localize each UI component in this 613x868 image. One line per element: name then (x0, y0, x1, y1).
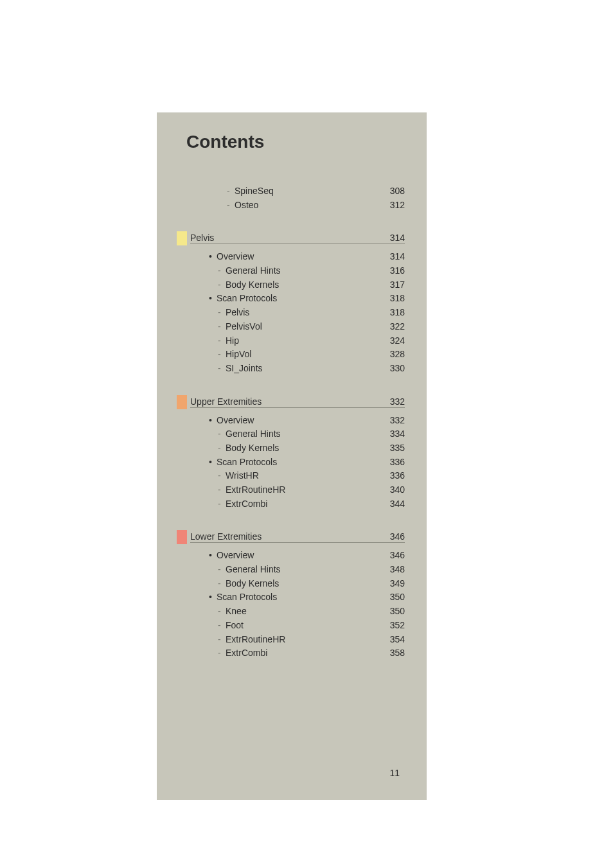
toc-entry[interactable]: • Scan Protocols350 (209, 590, 405, 605)
dash-icon: - (218, 497, 226, 511)
toc-section-page: 314 (390, 233, 405, 243)
toc-section-title-row[interactable]: Pelvis314 (190, 233, 405, 244)
toc-entry[interactable]: - Body Kernels349 (209, 577, 405, 591)
toc-entry-page: 318 (379, 292, 405, 306)
toc-entry[interactable]: - Knee350 (209, 605, 405, 619)
toc-section: Pelvis314• Overview314- General Hints316… (157, 233, 427, 375)
toc-section-header: Lower Extremities346 (157, 531, 427, 543)
bullet-icon: • (209, 250, 217, 264)
toc-entry-page: 350 (379, 605, 405, 619)
toc-entry-label: ExtrCombi (226, 497, 379, 511)
dash-icon: - (218, 441, 226, 456)
toc-entry[interactable]: - WristHR336 (209, 469, 405, 483)
toc-entry-label: Body Kernels (226, 441, 379, 456)
toc-entry[interactable]: • Overview314 (209, 250, 405, 264)
toc-entry-label: Overview (217, 414, 379, 428)
toc-entry[interactable]: - Body Kernels317 (209, 278, 405, 292)
toc-section: Lower Extremities346• Overview346- Gener… (157, 531, 427, 660)
toc-section-page: 346 (390, 531, 405, 542)
toc-entry-page: 346 (379, 549, 405, 563)
toc-entry[interactable]: • Overview332 (209, 414, 405, 428)
toc-entry-label: Knee (226, 605, 379, 619)
toc-entry-page: 334 (379, 427, 405, 441)
toc-entry-label: ExtrRoutineHR (226, 483, 379, 497)
toc-entry[interactable]: - ExtrCombi344 (209, 497, 405, 511)
toc-entry[interactable]: - PelvisVol322 (209, 320, 405, 334)
toc-section-header: Upper Extremities332 (157, 396, 427, 408)
toc-entry-page: 330 (379, 362, 405, 376)
dash-icon: - (218, 427, 226, 441)
toc-entry-label: General Hints (226, 427, 379, 441)
toc-entry-label: Overview (217, 250, 379, 264)
toc-entry-label: Body Kernels (226, 278, 379, 292)
toc-entry-label: Scan Protocols (217, 456, 379, 470)
toc-entry-label: PelvisVol (226, 320, 379, 334)
bullet-icon: • (209, 292, 217, 306)
bullet-icon: • (209, 549, 217, 563)
toc-entry-label: Body Kernels (226, 577, 379, 591)
content-area: - SpineSeq308- Osteo312 Pelvis314• Overv… (157, 152, 427, 660)
toc-entry-label: Scan Protocols (217, 292, 379, 306)
toc-entry[interactable]: - SpineSeq308 (218, 184, 405, 199)
toc-entry-page: 332 (379, 414, 405, 428)
toc-entry-label: General Hints (226, 563, 379, 577)
toc-section-entries: • Overview346- General Hints348- Body Ke… (157, 543, 427, 660)
toc-entry[interactable]: • Scan Protocols336 (209, 456, 405, 470)
toc-section-title: Lower Extremities (190, 531, 262, 542)
toc-entry[interactable]: - Body Kernels335 (209, 441, 405, 456)
bullet-icon: • (209, 456, 217, 470)
toc-entry-label: SI_Joints (226, 362, 379, 376)
toc-entry-page: 314 (379, 250, 405, 264)
dash-icon: - (218, 320, 226, 334)
dash-icon: - (218, 646, 226, 660)
toc-entry[interactable]: - Foot352 (209, 619, 405, 633)
toc-section-entries: • Overview332- General Hints334- Body Ke… (157, 408, 427, 511)
toc-entry-label: General Hints (226, 264, 379, 278)
toc-entry-page: 318 (379, 306, 405, 320)
toc-entry-label: HipVol (226, 348, 379, 362)
toc-entry[interactable]: - Pelvis318 (209, 306, 405, 320)
dash-icon: - (218, 483, 226, 497)
page-number: 11 (389, 768, 400, 778)
toc-entry[interactable]: - General Hints334 (209, 427, 405, 441)
dash-icon: - (227, 184, 235, 199)
toc-section-page: 332 (390, 396, 405, 407)
toc-entry[interactable]: - ExtrRoutineHR340 (209, 483, 405, 497)
toc-section-title-row[interactable]: Upper Extremities332 (190, 396, 405, 408)
toc-entry[interactable]: - ExtrCombi358 (209, 646, 405, 660)
toc-entry-page: 312 (379, 199, 405, 213)
toc-entry[interactable]: • Overview346 (209, 549, 405, 563)
toc-entry[interactable]: - Osteo312 (218, 199, 405, 213)
dash-icon: - (227, 199, 235, 213)
toc-entry[interactable]: - ExtrRoutineHR354 (209, 633, 405, 647)
toc-entry-label: Scan Protocols (217, 590, 379, 605)
toc-entry[interactable]: - General Hints348 (209, 563, 405, 577)
dash-icon: - (218, 605, 226, 619)
toc-entry-page: 336 (379, 469, 405, 483)
toc-entry[interactable]: - HipVol328 (209, 348, 405, 362)
toc-entry-page: 352 (379, 619, 405, 633)
color-tab-icon (177, 395, 187, 409)
contents-heading: Contents (157, 112, 427, 152)
toc-section: Upper Extremities332• Overview332- Gener… (157, 396, 427, 511)
toc-entry-page: 308 (379, 184, 405, 199)
toc-entry-page: 317 (379, 278, 405, 292)
ungrouped-entries: - SpineSeq308- Osteo312 (157, 184, 427, 212)
toc-entry-label: SpineSeq (235, 184, 379, 199)
toc-entry[interactable]: - SI_Joints330 (209, 362, 405, 376)
toc-entry[interactable]: • Scan Protocols318 (209, 292, 405, 306)
toc-entry[interactable]: - Hip324 (209, 334, 405, 348)
toc-section-entries: • Overview314- General Hints316- Body Ke… (157, 244, 427, 375)
bullet-icon: • (209, 414, 217, 428)
toc-section-title-row[interactable]: Lower Extremities346 (190, 531, 405, 543)
toc-entry-page: 340 (379, 483, 405, 497)
toc-entry-label: Hip (226, 334, 379, 348)
color-tab-icon (177, 231, 187, 245)
toc-entry-label: ExtrRoutineHR (226, 633, 379, 647)
toc-entry[interactable]: - General Hints316 (209, 264, 405, 278)
dash-icon: - (218, 264, 226, 278)
toc-section-title: Pelvis (190, 233, 214, 243)
toc-entry-label: ExtrCombi (226, 646, 379, 660)
toc-entry-page: 336 (379, 456, 405, 470)
dash-icon: - (218, 362, 226, 376)
